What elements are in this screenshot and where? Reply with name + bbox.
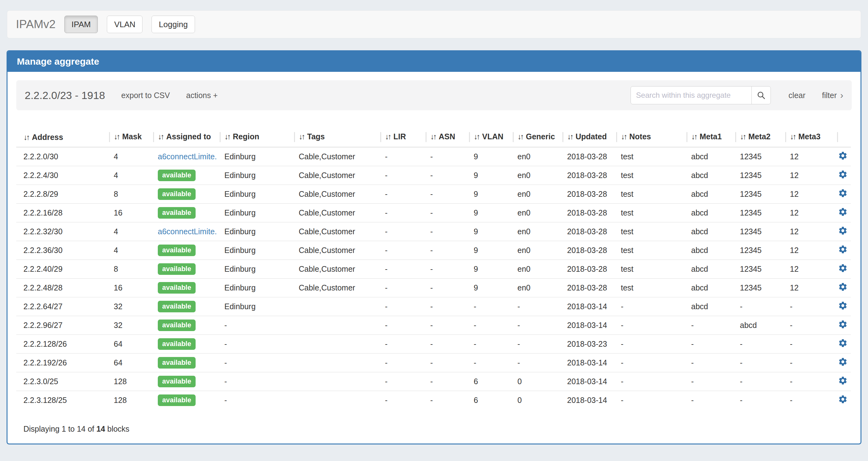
available-status-badge[interactable]: available xyxy=(158,244,195,256)
search-input[interactable] xyxy=(630,86,752,104)
cell-tags: Cable,Customer xyxy=(291,147,378,166)
available-status-badge[interactable]: available xyxy=(158,188,195,200)
cell-vlan: 9 xyxy=(466,166,510,185)
cell-region: Edinburg xyxy=(217,185,291,203)
gear-icon[interactable] xyxy=(838,244,848,254)
aggregate-toolbar: 2.2.2.0/23 - 1918 export to CSV actions … xyxy=(16,80,852,110)
cell-meta1: - xyxy=(684,316,733,334)
column-header-vlan[interactable]: ↓↑VLAN xyxy=(466,128,510,147)
cell-generic: - xyxy=(510,297,560,316)
column-header-address[interactable]: ↓↑Address xyxy=(16,128,106,147)
cell-region: Edinburg xyxy=(217,166,291,185)
sort-arrows-icon: ↓↑ xyxy=(790,132,795,141)
tab-vlan[interactable]: VLAN xyxy=(107,15,143,33)
cell-actions xyxy=(835,222,851,241)
cell-region: - xyxy=(217,353,291,372)
gear-icon[interactable] xyxy=(838,226,848,235)
gear-icon[interactable] xyxy=(838,338,848,348)
column-header-generic[interactable]: ↓↑Generic xyxy=(510,128,560,147)
gear-icon[interactable] xyxy=(838,320,848,329)
filter-link[interactable]: filter› xyxy=(822,91,843,100)
cell-meta2: 12345 xyxy=(733,185,783,203)
column-header-mask[interactable]: ↓↑Mask xyxy=(106,128,151,147)
column-header-lir[interactable]: ↓↑LIR xyxy=(378,128,423,147)
cell-meta2: 12345 xyxy=(733,166,783,185)
column-header-region[interactable]: ↓↑Region xyxy=(217,128,291,147)
gear-icon[interactable] xyxy=(838,394,848,404)
column-header-updated[interactable]: ↓↑Updated xyxy=(560,128,614,147)
cell-updated: 2018-03-28 xyxy=(560,260,614,278)
clear-search-link[interactable]: clear xyxy=(788,91,806,100)
cell-meta2: - xyxy=(733,353,783,372)
available-status-badge[interactable]: available xyxy=(158,207,195,219)
tab-logging[interactable]: Logging xyxy=(152,15,195,33)
cell-generic: 0 xyxy=(510,391,560,409)
column-header-meta1[interactable]: ↓↑Meta1 xyxy=(684,128,733,147)
gear-icon[interactable] xyxy=(838,282,848,292)
available-status-badge[interactable]: available xyxy=(158,282,195,294)
cell-asn: - xyxy=(423,203,466,222)
cell-lir: - xyxy=(378,166,423,185)
cell-meta1: abcd xyxy=(684,185,733,203)
table-row: 2.2.2.0/304a6connectLimite...EdinburgCab… xyxy=(16,147,851,166)
gear-icon[interactable] xyxy=(838,207,848,217)
gear-icon[interactable] xyxy=(838,301,848,310)
column-header-meta3[interactable]: ↓↑Meta3 xyxy=(783,128,835,147)
cell-meta2: abcd xyxy=(733,316,783,334)
tab-ipam[interactable]: IPAM xyxy=(64,15,98,33)
available-status-badge[interactable]: available xyxy=(158,394,195,406)
table-row: 2.2.2.32/304a6connectLimite...EdinburgCa… xyxy=(16,222,851,241)
available-status-badge[interactable]: available xyxy=(158,320,195,331)
cell-notes: - xyxy=(614,297,684,316)
available-status-badge[interactable]: available xyxy=(158,338,195,350)
assigned-resource-link[interactable]: a6connectLimite... xyxy=(158,152,217,161)
available-status-badge[interactable]: available xyxy=(158,357,195,368)
column-header-meta2[interactable]: ↓↑Meta2 xyxy=(733,128,783,147)
actions-menu-link[interactable]: actions + xyxy=(186,91,218,100)
header-divider xyxy=(735,132,736,142)
cell-meta3: 12 xyxy=(783,203,835,222)
column-header-assigned-to[interactable]: ↓↑Assigned to xyxy=(151,128,217,147)
header-divider xyxy=(220,132,221,142)
filter-link-label: filter xyxy=(822,91,837,100)
cell-assigned: available xyxy=(151,297,217,316)
cell-address: 2.2.2.40/29 xyxy=(16,260,106,278)
cell-assigned: a6connectLimite... xyxy=(151,222,217,241)
column-header-tags[interactable]: ↓↑Tags xyxy=(291,128,378,147)
gear-icon[interactable] xyxy=(838,151,848,161)
export-csv-link[interactable]: export to CSV xyxy=(121,91,170,100)
gear-icon[interactable] xyxy=(838,170,848,179)
cell-actions xyxy=(835,241,851,260)
sort-arrows-icon: ↓↑ xyxy=(621,132,626,141)
brand-logo[interactable]: IPAMv2 xyxy=(16,18,56,31)
cell-lir: - xyxy=(378,334,423,353)
available-status-badge[interactable]: available xyxy=(158,263,195,275)
column-header-asn[interactable]: ↓↑ASN xyxy=(423,128,466,147)
column-header-notes[interactable]: ↓↑Notes xyxy=(614,128,684,147)
cell-lir: - xyxy=(378,353,423,372)
table-row: 2.2.2.4/304availableEdinburgCable,Custom… xyxy=(16,166,851,185)
gear-icon[interactable] xyxy=(838,263,848,273)
cell-asn: - xyxy=(423,147,466,166)
available-status-badge[interactable]: available xyxy=(158,301,195,312)
assigned-resource-link[interactable]: a6connectLimite... xyxy=(158,227,217,236)
cell-actions xyxy=(835,316,851,334)
table-row: 2.2.3.0/25128available---602018-03-14---… xyxy=(16,372,851,391)
gear-icon[interactable] xyxy=(838,357,848,367)
sort-arrows-icon: ↓↑ xyxy=(114,132,119,141)
search-button[interactable] xyxy=(751,86,771,104)
cell-assigned: available xyxy=(151,166,217,185)
available-status-badge[interactable]: available xyxy=(158,376,195,387)
cell-asn: - xyxy=(423,353,466,372)
cell-lir: - xyxy=(378,203,423,222)
gear-icon[interactable] xyxy=(838,376,848,386)
cell-address: 2.2.2.48/28 xyxy=(16,278,106,297)
column-header-label: Notes xyxy=(629,132,651,141)
cell-generic: - xyxy=(510,334,560,353)
column-header-actions xyxy=(835,128,851,147)
available-status-badge[interactable]: available xyxy=(158,170,195,181)
gear-icon[interactable] xyxy=(838,188,848,198)
cell-lir: - xyxy=(378,297,423,316)
cell-meta2: 12345 xyxy=(733,147,783,166)
cell-meta1: abcd xyxy=(684,278,733,297)
